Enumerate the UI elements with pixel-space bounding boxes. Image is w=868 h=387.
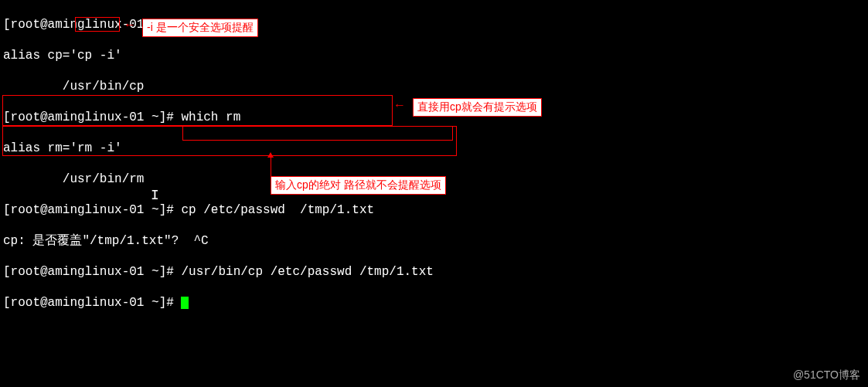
terminal-line: [root@aminglinux-01 ~]# cp /etc/passwd /… [3,202,865,218]
command-text: /usr/bin/cp /etc/passwd /tmp/1.txt [181,265,433,279]
highlight-box-alias [75,17,120,32]
annotation-label: 直接用cp就会有提示选项 [413,98,542,117]
text-segment: ' [114,49,122,63]
text-cursor-icon: I [151,188,159,203]
terminal-line: /usr/bin/cp [3,79,865,94]
terminal-line: cp: 是否覆盖"/tmp/1.txt"? ^C [3,233,865,249]
arrow-icon: ← [126,19,134,32]
annotation-label: -i 是一个安全选项提醒 [142,19,258,37]
terminal-output: [root@aminglinux-01 ~]# which cp alias c… [0,0,868,328]
terminal-line: [root@aminglinux-01 ~]# [3,295,865,311]
text-segment: alias cp=' [3,49,77,63]
terminal-line: alias cp='cp -i' [3,48,865,63]
watermark-label: @51CTO博客 [793,368,860,382]
prompt[interactable]: [root@aminglinux-01 ~]# [3,296,181,310]
arrow-icon: ← [396,99,403,113]
highlight-box-outer [2,126,457,156]
alias-value: cp -i [77,49,114,63]
cursor-icon[interactable] [181,297,189,309]
prompt: [root@aminglinux-01 ~]# [3,265,181,279]
terminal-line: [root@aminglinux-01 ~]# /usr/bin/cp /etc… [3,264,865,280]
highlight-box-cp-prompt [2,95,393,126]
arrow-icon [271,157,271,176]
annotation-label: 输入cp的绝对 路径就不会提醒选项 [271,176,446,195]
